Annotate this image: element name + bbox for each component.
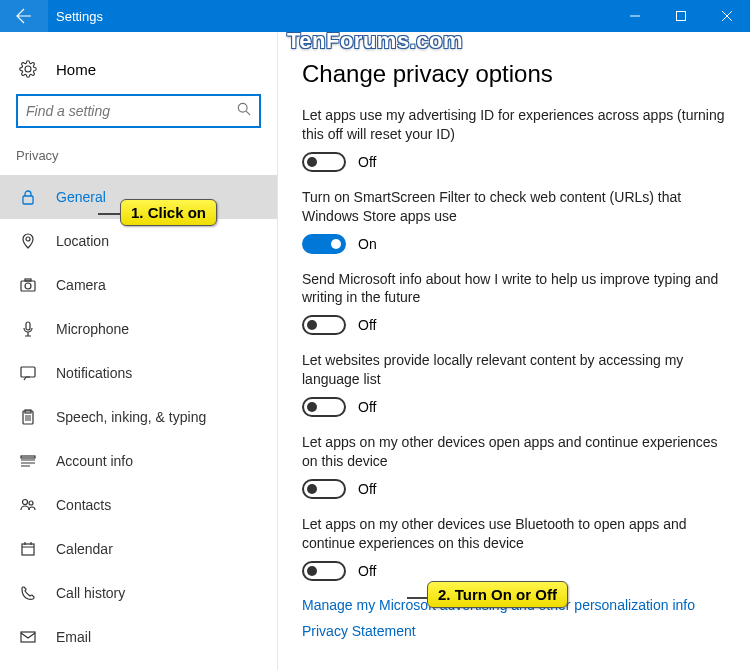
back-arrow-icon: [16, 8, 32, 24]
svg-rect-24: [22, 544, 34, 555]
toggle-bluetooth-devices[interactable]: [302, 561, 346, 581]
toggle-other-devices[interactable]: [302, 479, 346, 499]
sidebar-item-contacts[interactable]: Contacts: [0, 483, 277, 527]
sidebar-item-notifications[interactable]: Notifications: [0, 351, 277, 395]
setting-bluetooth-devices: Let apps on my other devices use Bluetoo…: [302, 515, 726, 581]
annotation-callout-2: 2. Turn On or Off: [427, 581, 568, 608]
setting-desc: Let websites provide locally relevant co…: [302, 351, 726, 389]
svg-point-7: [26, 237, 30, 241]
page-title: Change privacy options: [302, 60, 726, 88]
sidebar-item-label: Calendar: [56, 541, 113, 557]
location-icon: [18, 231, 38, 251]
toggle-state-label: Off: [358, 317, 376, 333]
close-icon: [722, 11, 732, 21]
sidebar-item-calendar[interactable]: Calendar: [0, 527, 277, 571]
sidebar-item-camera[interactable]: Camera: [0, 263, 277, 307]
toggle-state-label: Off: [358, 563, 376, 579]
close-button[interactable]: [704, 0, 750, 32]
setting-typing-info: Send Microsoft info about how I write to…: [302, 270, 726, 336]
setting-other-devices: Let apps on my other devices open apps a…: [302, 433, 726, 499]
account-icon: [18, 451, 38, 471]
toggle-typing-info[interactable]: [302, 315, 346, 335]
sidebar-item-label: Notifications: [56, 365, 132, 381]
sidebar: Home Privacy General Location Camera Mic…: [0, 32, 278, 670]
toggle-state-label: Off: [358, 399, 376, 415]
window-controls: [612, 0, 750, 32]
annotation-leader: [407, 597, 427, 599]
svg-line-5: [246, 111, 250, 115]
annotation-callout-1: 1. Click on: [120, 199, 217, 226]
toggle-state-label: Off: [358, 154, 376, 170]
link-privacy-statement[interactable]: Privacy Statement: [302, 623, 726, 639]
window-title: Settings: [48, 9, 612, 24]
svg-rect-6: [23, 196, 33, 204]
sidebar-item-label: Microphone: [56, 321, 129, 337]
email-icon: [18, 627, 38, 647]
toggle-state-label: Off: [358, 481, 376, 497]
sidebar-item-label: Email: [56, 629, 91, 645]
svg-point-9: [25, 283, 31, 289]
maximize-button[interactable]: [658, 0, 704, 32]
setting-desc: Send Microsoft info about how I write to…: [302, 270, 726, 308]
sidebar-item-microphone[interactable]: Microphone: [0, 307, 277, 351]
toggle-state-label: On: [358, 236, 377, 252]
svg-point-22: [23, 500, 28, 505]
setting-desc: Let apps on my other devices use Bluetoo…: [302, 515, 726, 553]
calendar-icon: [18, 539, 38, 559]
svg-rect-10: [25, 279, 31, 281]
sidebar-item-label: Camera: [56, 277, 106, 293]
svg-rect-11: [26, 322, 30, 330]
home-label: Home: [56, 61, 96, 78]
lock-icon: [18, 187, 38, 207]
setting-desc: Let apps use my advertising ID for exper…: [302, 106, 726, 144]
camera-icon: [18, 275, 38, 295]
svg-rect-12: [21, 367, 35, 377]
toggle-advertising-id[interactable]: [302, 152, 346, 172]
sidebar-item-label: Speech, inking, & typing: [56, 409, 206, 425]
svg-rect-1: [677, 12, 686, 21]
gear-icon: [18, 60, 38, 78]
sidebar-item-label: Location: [56, 233, 109, 249]
clipboard-icon: [18, 407, 38, 427]
sidebar-item-call-history[interactable]: Call history: [0, 571, 277, 615]
sidebar-item-label: Contacts: [56, 497, 111, 513]
setting-advertising-id: Let apps use my advertising ID for exper…: [302, 106, 726, 172]
setting-desc: Turn on SmartScreen Filter to check web …: [302, 188, 726, 226]
toggle-language-list[interactable]: [302, 397, 346, 417]
setting-desc: Let apps on my other devices open apps a…: [302, 433, 726, 471]
watermark-text: TenForums.com: [287, 28, 463, 54]
search-input[interactable]: [16, 94, 261, 128]
svg-rect-18: [21, 456, 35, 458]
microphone-icon: [18, 319, 38, 339]
section-label: Privacy: [0, 148, 277, 175]
svg-point-23: [29, 501, 33, 505]
annotation-leader: [98, 213, 120, 215]
phone-icon: [18, 583, 38, 603]
search-field[interactable]: [26, 103, 237, 119]
minimize-icon: [630, 11, 640, 21]
toggle-smartscreen[interactable]: [302, 234, 346, 254]
contacts-icon: [18, 495, 38, 515]
setting-language-list: Let websites provide locally relevant co…: [302, 351, 726, 417]
svg-rect-28: [21, 632, 35, 642]
setting-smartscreen: Turn on SmartScreen Filter to check web …: [302, 188, 726, 254]
maximize-icon: [676, 11, 686, 21]
sidebar-item-email[interactable]: Email: [0, 615, 277, 659]
svg-point-4: [238, 103, 247, 112]
home-link[interactable]: Home: [0, 52, 277, 94]
sidebar-item-label: Call history: [56, 585, 125, 601]
notifications-icon: [18, 363, 38, 383]
sidebar-item-speech[interactable]: Speech, inking, & typing: [0, 395, 277, 439]
minimize-button[interactable]: [612, 0, 658, 32]
sidebar-item-label: Account info: [56, 453, 133, 469]
sidebar-item-label: General: [56, 189, 106, 205]
main-content: Change privacy options Let apps use my a…: [278, 32, 750, 670]
back-button[interactable]: [0, 0, 48, 32]
sidebar-item-account-info[interactable]: Account info: [0, 439, 277, 483]
search-icon: [237, 102, 251, 120]
